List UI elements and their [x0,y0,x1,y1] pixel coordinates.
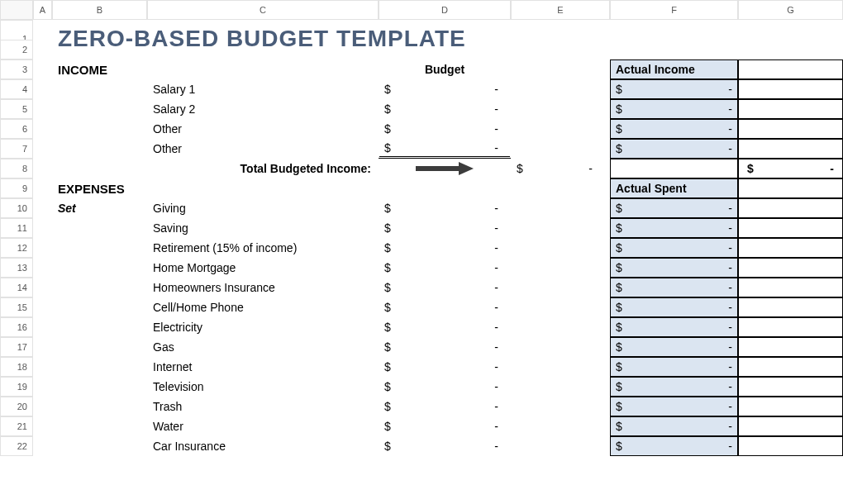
row-header-5[interactable]: 5 [0,99,33,119]
cell-E15[interactable] [511,297,610,317]
actual-expense-0[interactable]: $- [610,198,738,218]
actual-expense-6[interactable]: $- [610,317,738,337]
expense-item-9[interactable]: Television [147,377,379,397]
cell-G9[interactable] [738,178,843,198]
cell-G18[interactable] [738,357,843,377]
cell-G15[interactable] [738,297,843,317]
cell-G16[interactable] [738,317,843,337]
budget-income-0[interactable]: $- [379,79,511,99]
cell-G21[interactable] [738,416,843,436]
actual-spent-header[interactable]: Actual Spent [610,178,738,198]
cell-A18[interactable] [33,357,52,377]
budget-income-2[interactable]: $- [379,119,511,139]
actual-income-3[interactable]: $- [610,139,738,159]
row-header-7[interactable]: 7 [0,139,33,159]
row-header-18[interactable]: 18 [0,357,33,377]
cell-E18[interactable] [511,357,610,377]
expense-item-12[interactable]: Car Insurance [147,436,379,456]
expense-item-3[interactable]: Home Mortgage [147,258,379,278]
cell-C2[interactable] [147,40,379,59]
budget-expense-2[interactable]: $- [379,238,511,258]
expense-item-11[interactable]: Water [147,416,379,436]
cell-B15[interactable] [52,297,147,317]
cell-A4[interactable] [33,79,52,99]
cell-B20[interactable] [52,397,147,416]
expense-item-1[interactable]: Saving [147,218,379,238]
arrow-cell[interactable] [379,159,511,178]
cell-E10[interactable] [511,198,610,218]
budget-expense-10[interactable]: $- [379,397,511,416]
expense-item-8[interactable]: Internet [147,357,379,377]
actual-income-2[interactable]: $- [610,119,738,139]
actual-expense-3[interactable]: $- [610,258,738,278]
cell-A13[interactable] [33,258,52,278]
row-header-2[interactable]: 2 [0,40,33,59]
cell-E19[interactable] [511,377,610,397]
cell-G17[interactable] [738,337,843,357]
income-item-0[interactable]: Salary 1 [147,79,379,99]
cell-B8[interactable] [52,159,147,178]
cell-G5[interactable] [738,99,843,119]
cell-G3[interactable] [738,59,843,79]
cell-A3[interactable] [33,59,52,79]
budget-header[interactable]: Budget [379,59,511,79]
budget-expense-9[interactable]: $- [379,377,511,397]
cell-B16[interactable] [52,317,147,337]
row-header-4[interactable]: 4 [0,79,33,99]
actual-income-header[interactable]: Actual Income [610,59,738,79]
cell-A12[interactable] [33,238,52,258]
cell-B22[interactable] [52,436,147,456]
cell-C9[interactable] [147,178,379,198]
cell-G14[interactable] [738,278,843,297]
total-budgeted-income-value[interactable]: $- [511,159,610,178]
budget-expense-3[interactable]: $- [379,258,511,278]
row-header-17[interactable]: 17 [0,337,33,357]
col-header-D[interactable]: D [379,0,511,20]
cell-A14[interactable] [33,278,52,297]
expense-item-5[interactable]: Cell/Home Phone [147,297,379,317]
cell-B18[interactable] [52,357,147,377]
cell-E16[interactable] [511,317,610,337]
budget-expense-12[interactable]: $- [379,436,511,456]
cell-F2[interactable] [610,40,738,59]
income-item-1[interactable]: Salary 2 [147,99,379,119]
actual-expense-9[interactable]: $- [610,377,738,397]
cell-A11[interactable] [33,218,52,238]
cell-B4[interactable] [52,79,147,99]
cell-A5[interactable] [33,99,52,119]
actual-expense-2[interactable]: $- [610,238,738,258]
expenses-header[interactable]: EXPENSES [52,178,147,198]
cell-D2[interactable] [379,40,511,59]
cell-E7[interactable] [511,139,610,159]
cell-B19[interactable] [52,377,147,397]
row-header-15[interactable]: 15 [0,297,33,317]
cell-B14[interactable] [52,278,147,297]
row-header-6[interactable]: 6 [0,119,33,139]
budget-expense-1[interactable]: $- [379,218,511,238]
budget-expense-8[interactable]: $- [379,357,511,377]
cell-E9[interactable] [511,178,610,198]
cell-E21[interactable] [511,416,610,436]
cell-A7[interactable] [33,139,52,159]
row-header-20[interactable]: 20 [0,397,33,416]
row-header-21[interactable]: 21 [0,416,33,436]
total-budgeted-income-label[interactable]: Total Budgeted Income: [147,159,379,178]
cell-A2[interactable] [33,40,52,59]
col-header-A[interactable]: A [33,0,52,20]
actual-expense-11[interactable]: $- [610,416,738,436]
cell-G13[interactable] [738,258,843,278]
cell-E3[interactable] [511,59,610,79]
actual-expense-7[interactable]: $- [610,337,738,357]
cell-B6[interactable] [52,119,147,139]
expense-item-7[interactable]: Gas [147,337,379,357]
cell-A17[interactable] [33,337,52,357]
row-header-10[interactable]: 10 [0,198,33,218]
expense-item-0[interactable]: Giving [147,198,379,218]
row-header-14[interactable]: 14 [0,278,33,297]
row-header-13[interactable]: 13 [0,258,33,278]
cell-A22[interactable] [33,436,52,456]
cell-E20[interactable] [511,397,610,416]
actual-income-1[interactable]: $- [610,99,738,119]
cell-E12[interactable] [511,238,610,258]
cell-E11[interactable] [511,218,610,238]
